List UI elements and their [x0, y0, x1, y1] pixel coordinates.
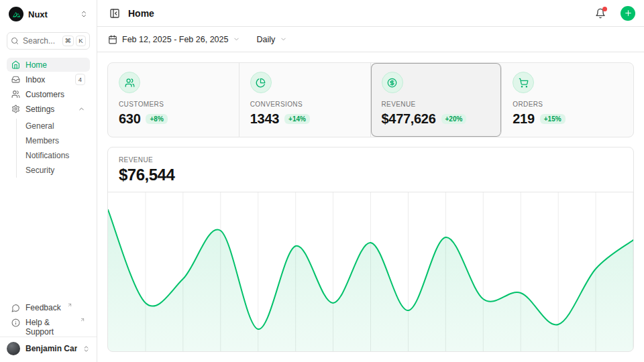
- settings-submenu: General Members Notifications Security: [16, 119, 90, 178]
- app-root: Nuxt Search... ⌘ K Home: [0, 0, 644, 362]
- stat-value: 1343: [250, 111, 279, 127]
- sidebar-item-members[interactable]: Members: [25, 133, 90, 148]
- plus-icon: [624, 9, 633, 17]
- message-icon: [11, 304, 20, 312]
- stat-card-customers[interactable]: CUSTOMERS 630 +8%: [108, 63, 239, 137]
- dollar-circle-icon: [382, 72, 403, 93]
- chart-plot-area[interactable]: 14 Feb16 Feb18 Feb20 Feb22 Feb24 Feb: [108, 192, 633, 351]
- sidebar-item-label: Home: [25, 60, 47, 70]
- sidebar-item-settings[interactable]: Settings: [7, 102, 90, 116]
- chevrons-up-down-icon: [83, 345, 90, 353]
- external-link-icon: [67, 302, 72, 308]
- chart-header: REVENUE $76,544: [108, 147, 633, 192]
- sidebar: Nuxt Search... ⌘ K Home: [0, 0, 97, 362]
- stat-delta-badge: +14%: [284, 114, 310, 124]
- add-button[interactable]: [621, 6, 635, 21]
- main-area: Home Feb 12, 2025 - Feb 26, 2025: [97, 0, 644, 362]
- inbox-icon: [11, 75, 20, 84]
- avatar: [7, 342, 20, 355]
- search-shortcut: ⌘ K: [62, 36, 87, 47]
- team-selector[interactable]: Nuxt: [7, 5, 90, 23]
- pie-chart-icon: [250, 72, 272, 93]
- stat-value: 630: [119, 111, 140, 127]
- stat-card-orders[interactable]: ORDERS 219 +15%: [502, 63, 633, 137]
- calendar-icon: [108, 35, 117, 44]
- info-icon: [11, 318, 20, 327]
- stat-card-conversions[interactable]: CONVERSIONS 1343 +14%: [239, 63, 371, 137]
- stat-delta-badge: +20%: [441, 114, 467, 124]
- external-link-icon: [80, 317, 85, 322]
- gear-icon: [11, 105, 20, 113]
- period-select[interactable]: Daily: [256, 35, 287, 44]
- page-title: Home: [128, 8, 587, 19]
- panel-left-close-icon: [109, 8, 120, 19]
- stat-card-revenue[interactable]: REVENUE $477,626 +20%: [371, 63, 502, 137]
- user-section: Benjamin Canac: [0, 337, 97, 359]
- sidebar-nav: Home Inbox 4 Customers Settings: [7, 58, 90, 179]
- sidebar-item-label: Settings: [25, 105, 54, 114]
- kbd-cmd: ⌘: [62, 36, 74, 47]
- sidebar-item-inbox[interactable]: Inbox 4: [7, 72, 90, 86]
- search-placeholder: Search...: [23, 36, 58, 46]
- chart-metric-value: $76,544: [119, 166, 623, 184]
- sidebar-collapse-button[interactable]: [108, 7, 121, 20]
- stat-label: CONVERSIONS: [250, 101, 360, 108]
- footer-link-label: Help & Support: [25, 318, 74, 337]
- stat-value: $477,626: [382, 111, 436, 127]
- sidebar-item-general[interactable]: General: [25, 119, 90, 133]
- search-icon: [11, 37, 19, 45]
- filter-toolbar: Feb 12, 2025 - Feb 26, 2025 Daily: [97, 27, 644, 52]
- date-range-picker[interactable]: Feb 12, 2025 - Feb 26, 2025: [108, 35, 240, 44]
- shopping-cart-icon: [513, 72, 534, 93]
- revenue-chart-card: REVENUE $76,544 14 Feb16 Feb18 Feb20 Feb…: [107, 147, 634, 352]
- chevrons-up-down-icon: [80, 10, 88, 18]
- period-value: Daily: [256, 35, 275, 44]
- sidebar-item-label: Customers: [25, 90, 64, 99]
- stat-delta-badge: +8%: [146, 114, 167, 124]
- sidebar-item-security[interactable]: Security: [25, 163, 90, 178]
- home-icon: [11, 60, 20, 69]
- top-bar: Home: [97, 0, 644, 27]
- date-range-value: Feb 12, 2025 - Feb 26, 2025: [122, 35, 228, 44]
- inbox-count-badge: 4: [75, 74, 85, 85]
- sidebar-item-customers[interactable]: Customers: [7, 87, 90, 101]
- footer-link-label: Feedback: [25, 303, 61, 312]
- sidebar-footer: Feedback Help & Support Benjamin Canac: [7, 302, 90, 359]
- users-icon: [11, 90, 20, 99]
- user-name: Benjamin Canac: [25, 344, 77, 353]
- sidebar-item-label: Inbox: [25, 75, 45, 84]
- stat-value: 219: [513, 111, 534, 127]
- nuxt-logo-icon: [9, 7, 23, 21]
- chevron-up-icon: [78, 105, 85, 113]
- team-name: Nuxt: [28, 9, 75, 19]
- stats-row: CUSTOMERS 630 +8% CONVERSIONS 1343 +14%: [107, 62, 634, 137]
- stat-label: REVENUE: [382, 101, 491, 108]
- stat-delta-badge: +15%: [540, 114, 566, 124]
- stat-label: CUSTOMERS: [119, 101, 228, 108]
- notification-dot: [602, 7, 607, 11]
- revenue-area-chart: [108, 192, 633, 351]
- search-input[interactable]: Search... ⌘ K: [7, 32, 90, 50]
- feedback-link[interactable]: Feedback: [7, 302, 90, 316]
- help-support-link[interactable]: Help & Support: [7, 316, 90, 330]
- user-menu[interactable]: Benjamin Canac: [7, 342, 90, 355]
- dashboard-content: CUSTOMERS 630 +8% CONVERSIONS 1343 +14%: [97, 52, 644, 362]
- chevron-down-icon: [280, 36, 287, 43]
- users-icon: [119, 72, 140, 93]
- kbd-k: K: [76, 36, 86, 47]
- notifications-button[interactable]: [594, 7, 607, 20]
- chart-metric-label: REVENUE: [119, 156, 623, 164]
- sidebar-item-home[interactable]: Home: [7, 58, 90, 72]
- sidebar-item-notifications[interactable]: Notifications: [25, 148, 90, 163]
- chevron-down-icon: [233, 36, 240, 43]
- stat-label: ORDERS: [513, 101, 623, 108]
